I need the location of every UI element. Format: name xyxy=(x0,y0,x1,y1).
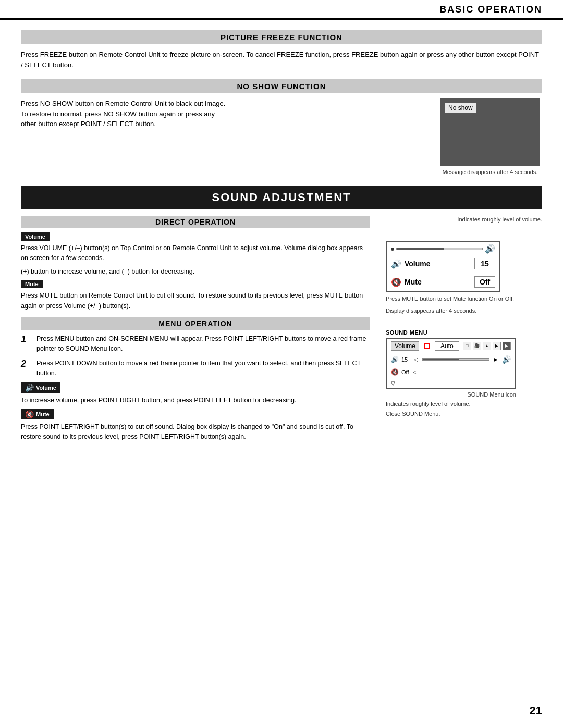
volume-speaker-icon: 🔊 xyxy=(485,244,495,254)
step-1-number: 1 xyxy=(21,334,31,346)
sound-menu-box: Volume Auto □ 🎥 ▲ ▶ ▶ 🔊 xyxy=(386,338,516,389)
volume-badge: Volume xyxy=(21,232,50,241)
picture-freeze-description: Press FREEZE button on Remote Control Un… xyxy=(21,50,542,70)
page-title: BASIC OPERATION xyxy=(439,4,542,15)
picture-freeze-section: PICTURE FREEZE FUNCTION Press FREEZE but… xyxy=(21,30,542,70)
sound-section: DIRECT OPERATION Volume Press VOLUME (+/… xyxy=(21,209,542,446)
sound-menu-mute-row: 🔇 Off ◁ xyxy=(387,366,515,378)
direct-operation-header: DIRECT OPERATION xyxy=(21,216,370,228)
menu-step-2: 2 Press POINT DOWN button to move a red … xyxy=(21,359,370,379)
no-show-desc2: To restore to normal, press NO SHOW butt… xyxy=(21,109,422,119)
sm-vol-fill xyxy=(423,359,459,360)
sound-left: DIRECT OPERATION Volume Press VOLUME (+/… xyxy=(21,209,370,446)
sm-mute-value: Off xyxy=(401,369,409,375)
volume-text: Press VOLUME (+/–) button(s) on Top Cont… xyxy=(21,243,370,264)
volume-row: 🔊 Volume 15 xyxy=(387,255,499,273)
vol-speaker-icon: 🔊 xyxy=(391,259,401,269)
indicates-level-text: Indicates roughly level of volume. xyxy=(457,216,542,223)
indicates-roughly: Indicates roughly level of volume. xyxy=(386,400,542,408)
menu-step-1: 1 Press MENU button and ON-SCREEN MENU w… xyxy=(21,334,370,354)
page-number: 21 xyxy=(530,704,542,718)
mute-badge: Mute xyxy=(21,280,43,288)
mute-value: Off xyxy=(474,276,495,288)
mute-speaker-icon: 🔇 xyxy=(391,277,401,287)
sm-mute-icon: 🔇 xyxy=(391,368,399,376)
picture-freeze-header: PICTURE FREEZE FUNCTION xyxy=(21,30,542,44)
mute-row: 🔇 Mute Off xyxy=(387,273,499,291)
page-header: BASIC OPERATION xyxy=(0,0,563,20)
mute-label: Mute xyxy=(405,278,471,286)
display-disappears: Display disappears after 4 seconds. xyxy=(386,307,476,314)
mute-subsection: Mute Press MUTE button on Remote Control… xyxy=(21,280,370,311)
volume-slider-row: 🔊 xyxy=(387,242,499,255)
no-show-header: NO SHOW FUNCTION xyxy=(21,79,542,93)
no-show-caption: Message disappears after 4 seconds. xyxy=(443,169,538,175)
page-content: PICTURE FREEZE FUNCTION Press FREEZE but… xyxy=(0,20,563,466)
no-show-screen: No show xyxy=(440,98,540,166)
sound-menu-tab: Volume xyxy=(391,341,419,351)
step-2-text: Press POINT DOWN button to move a red fr… xyxy=(36,359,370,379)
no-show-desc1: Press NO SHOW button on Remote Control U… xyxy=(21,98,422,109)
sound-menu-volume-row: 🔊 15 ◁ ▶ 🔊 xyxy=(387,353,515,366)
vol-track-fill xyxy=(397,248,444,250)
sound-menu-icon-symbol: 🔊 xyxy=(502,355,511,364)
no-show-text: Press NO SHOW button on Remote Control U… xyxy=(21,98,422,129)
vol-dot-left xyxy=(391,248,394,251)
volume-subsection: Volume Press VOLUME (+/–) button(s) on T… xyxy=(21,232,370,277)
sound-menu-icon-label: SOUND Menu icon xyxy=(386,391,516,398)
sound-menu-top-bar: Volume Auto □ 🎥 ▲ ▶ ▶ xyxy=(387,339,515,353)
menu-mute-badge: 🔇 Mute xyxy=(21,409,54,419)
sm-down-icon: ▽ xyxy=(391,380,395,386)
no-show-section: NO SHOW FUNCTION Press NO SHOW button on… xyxy=(21,79,542,175)
no-show-image-area: No show Message disappears after 4 secon… xyxy=(438,98,542,175)
sound-menu-bottom-row: ▽ xyxy=(387,378,515,388)
sm-arrow-right: ▶ xyxy=(494,356,498,362)
sm-icon-1: □ xyxy=(463,342,471,350)
menu-mute-text: Press POINT LEFT/RIGHT button(s) to cut … xyxy=(21,422,370,442)
sound-menu-auto: Auto xyxy=(435,341,459,351)
indicates-wrapper: Indicates roughly level of volume. xyxy=(386,214,542,223)
sound-menu-label: SOUND MENU xyxy=(386,329,542,336)
volume-mute-dialog: 🔊 🔊 Volume 15 🔇 Mute Off xyxy=(386,241,500,292)
sm-icon-5: ▶ xyxy=(503,342,511,350)
mute-text: Press MUTE button on Remote Control Unit… xyxy=(21,291,370,311)
sound-menu-red-box xyxy=(424,343,430,349)
volume-value: 15 xyxy=(474,258,495,269)
sm-vol-value: 15 xyxy=(401,356,412,363)
step-2-number: 2 xyxy=(21,359,31,370)
press-mute-caption: Press MUTE button to set Mute function O… xyxy=(386,295,514,303)
sm-icon-3: ▲ xyxy=(483,342,491,350)
no-show-desc3: other button except POINT / SELECT butto… xyxy=(21,119,422,129)
no-show-label: No show xyxy=(445,103,476,113)
menu-operation-list: 1 Press MENU button and ON-SCREEN MENU w… xyxy=(21,334,370,379)
sm-mute-arrow: ◁ xyxy=(413,369,417,375)
sound-adjustment-header: SOUND ADJUSTMENT xyxy=(21,186,542,209)
menu-volume-badge: 🔊 Volume xyxy=(21,382,60,393)
menu-operation-header: MENU OPERATION xyxy=(21,317,370,330)
mute-icon: 🔇 xyxy=(25,410,34,418)
step-1-text: Press MENU button and ON-SCREEN MENU wil… xyxy=(36,334,370,354)
menu-volume-subsection: 🔊 Volume To increase volume, press POINT… xyxy=(21,382,370,405)
sm-vol-track xyxy=(422,358,489,361)
menu-mute-subsection: 🔇 Mute Press POINT LEFT/RIGHT button(s) … xyxy=(21,409,370,442)
vol-track xyxy=(396,248,483,250)
sound-menu-wrapper: SOUND MENU Volume Auto □ 🎥 ▲ ▶ ▶ xyxy=(386,324,542,417)
sm-icon-4: ▶ xyxy=(493,342,501,350)
sm-icon-2: 🎥 xyxy=(473,342,481,350)
menu-volume-text: To increase volume, press POINT RIGHT bu… xyxy=(21,396,370,405)
sound-menu-icons: □ 🎥 ▲ ▶ ▶ xyxy=(463,342,511,350)
volume-text2: (+) button to increase volume, and (–) b… xyxy=(21,267,370,277)
sound-right: Indicates roughly level of volume. 🔊 🔊 V… xyxy=(386,209,542,446)
no-show-content: Press NO SHOW button on Remote Control U… xyxy=(21,98,542,175)
close-sound-menu: Close SOUND Menu. xyxy=(386,411,542,417)
sm-arrow-left: ◁ xyxy=(414,356,418,362)
volume-label: Volume xyxy=(405,260,471,268)
sm-vol-icon: 🔊 xyxy=(391,356,399,363)
volume-icon: 🔊 xyxy=(25,384,34,392)
